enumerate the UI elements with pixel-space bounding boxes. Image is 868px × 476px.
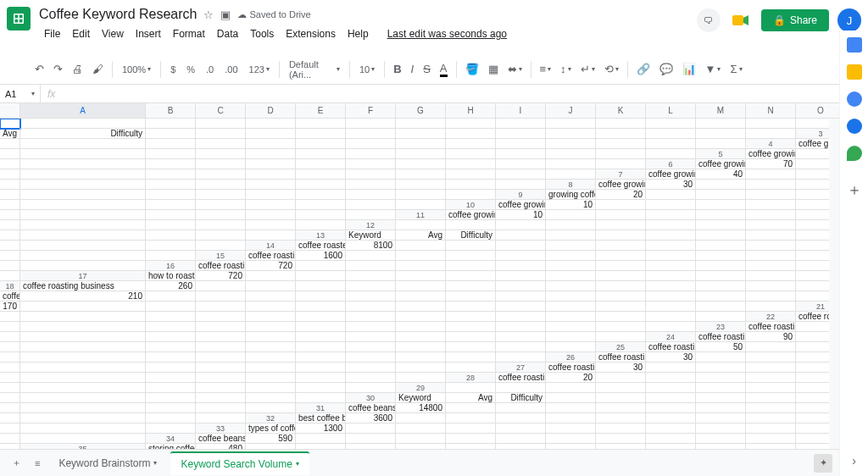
cell[interactable] [546,403,596,413]
cell[interactable] [696,291,746,302]
maps-icon[interactable] [847,146,862,161]
cell[interactable] [296,139,346,149]
sheet-tab-search-volume[interactable]: Keyword Search Volume▾ [170,451,309,475]
cell[interactable] [20,180,146,190]
cell[interactable] [596,383,646,393]
star-icon[interactable]: ☆ [203,8,214,21]
cell[interactable] [196,281,246,291]
cell[interactable]: Keyword [396,393,446,403]
cell[interactable] [746,200,796,210]
cell[interactable] [646,302,696,312]
row-header[interactable]: 27 [496,363,546,373]
cell[interactable] [496,352,546,363]
cell[interactable] [646,281,696,291]
cell[interactable] [0,363,20,373]
add-sheet-icon[interactable]: ＋ [7,453,26,473]
cell[interactable] [746,291,796,302]
cell[interactable] [20,302,146,312]
cell[interactable] [296,302,346,312]
cell[interactable] [446,251,496,261]
cell[interactable]: 20 [596,190,646,200]
cell[interactable] [196,169,246,180]
cell[interactable] [696,251,746,261]
cell[interactable]: 10 [546,200,596,210]
cell[interactable]: 170 [0,302,20,312]
cell[interactable] [596,139,646,149]
cell[interactable] [146,413,196,423]
cell[interactable] [20,352,146,363]
cell[interactable] [246,220,296,230]
cell[interactable] [346,159,396,169]
cell[interactable] [746,230,796,241]
cell[interactable] [296,169,346,180]
cell[interactable] [646,291,696,302]
cell[interactable]: coffee roasting software [646,342,696,352]
cell[interactable] [646,190,696,200]
spreadsheet-grid[interactable]: ABCDEFGHIJKLMNOP12KeywordAvgDifficulty3h… [0,103,839,449]
cell[interactable]: 260 [146,281,196,291]
cell[interactable] [596,281,646,291]
cell[interactable] [396,363,446,373]
column-header[interactable]: I [496,103,546,119]
row-header[interactable]: 24 [646,332,696,342]
insert-link-icon[interactable]: 🔗 [632,59,654,79]
cell[interactable] [546,159,596,169]
cell[interactable] [246,291,296,302]
cell[interactable] [496,312,546,322]
row-header[interactable]: 14 [246,241,296,251]
cell[interactable] [296,149,346,159]
cell[interactable] [396,291,446,302]
cell[interactable] [646,393,696,403]
cell[interactable] [396,322,446,332]
cell[interactable] [596,241,646,251]
cell[interactable] [196,190,246,200]
cell[interactable] [0,149,20,159]
cell[interactable] [0,210,20,220]
cell[interactable] [646,363,696,373]
cell[interactable] [646,251,696,261]
cell[interactable] [696,241,746,251]
cell[interactable] [596,159,646,169]
cell[interactable] [146,373,196,383]
cell[interactable] [596,322,646,332]
cell[interactable] [696,373,746,383]
cell[interactable] [446,281,496,291]
row-header[interactable]: 26 [546,352,596,363]
cell[interactable] [446,322,496,332]
cell[interactable] [546,302,596,312]
cell[interactable] [396,271,446,281]
cell[interactable] [146,302,196,312]
cell[interactable] [746,119,796,129]
cell[interactable] [346,423,396,434]
cell[interactable] [246,322,296,332]
keep-icon[interactable] [847,64,862,80]
cell[interactable] [20,210,146,220]
cell[interactable] [546,434,596,444]
cell[interactable] [596,302,646,312]
cell[interactable] [546,241,596,251]
cell[interactable] [20,403,146,413]
cell[interactable] [146,332,196,342]
cell[interactable] [146,230,196,241]
decrease-decimal-button[interactable]: .0 [201,61,219,78]
cell[interactable]: Difficulty [20,129,146,139]
menu-edit[interactable]: Edit [67,25,95,42]
cell[interactable] [246,393,296,403]
cell[interactable] [446,220,496,230]
cell[interactable] [596,423,646,434]
column-header[interactable]: E [296,103,346,119]
cell[interactable]: coffee growing conditions [646,169,696,180]
all-sheets-icon[interactable]: ≡ [30,455,45,472]
cell[interactable] [246,149,296,159]
cell[interactable] [246,363,296,373]
row-header[interactable]: 9 [496,190,546,200]
cell[interactable]: 14800 [396,403,446,413]
cell[interactable]: coffee roasting [246,251,296,261]
cell[interactable] [0,393,20,403]
cell[interactable] [596,251,646,261]
cell[interactable] [746,434,796,444]
cell[interactable] [246,159,296,169]
cell[interactable] [546,342,596,352]
column-header[interactable]: L [646,103,696,119]
cell[interactable] [596,149,646,159]
